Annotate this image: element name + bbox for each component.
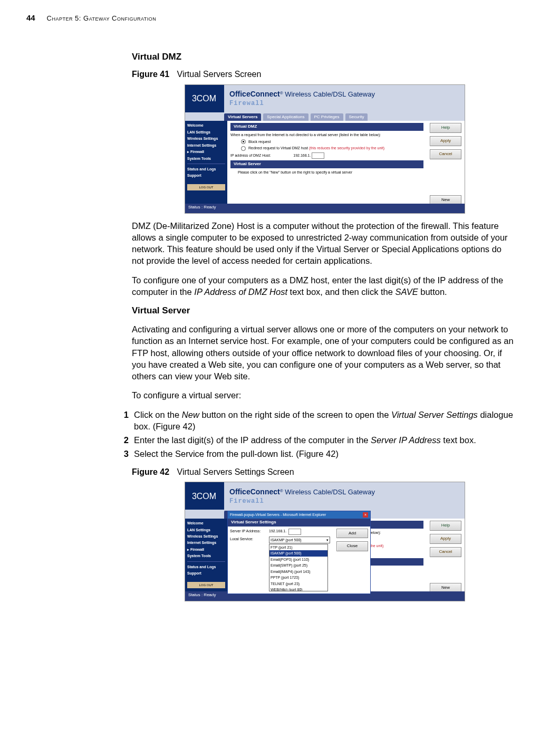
sidebar-item-internet-2[interactable]: Internet Settings xyxy=(187,540,225,545)
status-bar: Status : Ready xyxy=(185,204,465,213)
logout-button-2[interactable]: LOG OUT xyxy=(187,582,225,588)
sidebar-item-support[interactable]: Support xyxy=(187,173,225,178)
figure-41-caption: Figure 41 Virtual Servers Screen xyxy=(132,69,514,80)
server-ip-prefix: 192.168.1. xyxy=(269,529,286,535)
cancel-button-2[interactable]: Cancel xyxy=(430,547,461,557)
tab-special-applications[interactable]: Special Applications xyxy=(263,113,308,121)
popup-window-title: Firewall-popup-Virtual Servers - Microso… xyxy=(230,512,326,517)
option-pptp[interactable]: PPTP (port 1723) xyxy=(269,575,327,580)
brand-logo: 3COM xyxy=(185,85,224,112)
radio-redirect[interactable] xyxy=(241,146,246,151)
dmz-description: DMZ (De-Militarized Zone) Host is a comp… xyxy=(132,220,514,267)
action-buttons: Help Apply Cancel New xyxy=(427,121,465,207)
sidebar-item-status[interactable]: Status and Logs xyxy=(187,167,225,171)
sidebar-nav-2: Welcome LAN Settings Wireless Settings I… xyxy=(185,519,227,595)
help-button-2[interactable]: Help xyxy=(430,521,461,531)
running-header: 44 Chapter 5: Gateway Configuration xyxy=(26,13,519,22)
work-area: Virtual DMZ When a request from the Inte… xyxy=(227,121,427,207)
figure-42-caption: Figure 42 Virtual Servers Settings Scree… xyxy=(132,466,514,478)
steps-list: 1 Click on the New button on the right s… xyxy=(117,409,514,460)
apply-button[interactable]: Apply xyxy=(430,136,461,146)
close-icon[interactable]: × xyxy=(363,512,368,517)
step-3: 3 Select the Service from the pull-down … xyxy=(117,448,514,460)
dmz-config-instructions: To configure one of your computers as a … xyxy=(132,274,514,298)
sidebar-item-welcome-2[interactable]: Welcome xyxy=(187,521,225,525)
sidebar-item-system-tools[interactable]: System Tools xyxy=(187,156,225,161)
panel-virtual-server: Virtual Server xyxy=(230,160,423,168)
chevron-down-icon: ▾ xyxy=(326,538,329,542)
sidebar-item-status-2[interactable]: Status and Logs xyxy=(187,564,225,569)
figure-42-screenshot: 3COM OfficeConnect® Wireless Cable/DSL G… xyxy=(185,482,465,601)
tab-virtual-servers[interactable]: Virtual Servers xyxy=(224,113,261,121)
server-ip-input[interactable] xyxy=(288,529,301,535)
sidebar-item-welcome[interactable]: Welcome xyxy=(187,123,225,128)
popup-titlebar: Firewall-popup-Virtual Servers - Microso… xyxy=(228,511,370,518)
ip-label: IP address of DMZ Host: xyxy=(230,154,271,157)
figure-label-42: Figure 42 xyxy=(132,467,169,476)
sidebar-divider xyxy=(187,164,225,164)
figure-41-screenshot: 3COM OfficeConnect® Wireless Cable/DSL G… xyxy=(185,84,465,214)
product-suffix: Wireless Cable/DSL Gateway xyxy=(283,90,375,98)
section-title-virtual-dmz: Virtual DMZ xyxy=(132,51,514,63)
add-button[interactable]: Add xyxy=(336,529,368,539)
sidebar-item-wireless-2[interactable]: Wireless Settings xyxy=(187,534,225,539)
local-service-label: Local Service: xyxy=(230,537,267,591)
brand-logo-2: 3COM xyxy=(185,482,224,510)
action-buttons-2: Help Apply Cancel New xyxy=(427,519,465,595)
logout-button[interactable]: LOG OUT xyxy=(187,184,225,190)
sidebar-item-internet[interactable]: Internet Settings xyxy=(187,143,225,148)
sidebar-item-wireless[interactable]: Wireless Settings xyxy=(187,136,225,141)
server-ip-label: Server IP Address: xyxy=(230,529,267,535)
radio-redirect-label: Redirect request to Virtual DMZ host xyxy=(248,146,309,150)
dmz-ip-input[interactable] xyxy=(312,152,324,159)
radio-block-label: Block request xyxy=(248,140,271,143)
close-button[interactable]: Close xyxy=(336,541,368,551)
vs-description: Activating and configuring a virtual ser… xyxy=(132,323,514,382)
tab-security[interactable]: Security xyxy=(345,113,368,121)
vs-config-lead: To configure a virtual server: xyxy=(132,389,514,401)
figure-title-42: Virtual Servers Settings Screen xyxy=(177,467,294,476)
option-pop3[interactable]: Email(POP3) (port 110) xyxy=(269,557,327,562)
dmz-note: When a request from the Internet is not … xyxy=(230,132,423,137)
option-ftp[interactable]: FTP (port 21) xyxy=(269,544,327,550)
sidebar-item-firewall-2[interactable]: Firewall xyxy=(187,547,225,552)
sidebar-item-system-tools-2[interactable]: System Tools xyxy=(187,553,225,558)
radio-block[interactable] xyxy=(241,139,246,144)
sidebar-nav: Welcome LAN Settings Wireless Settings I… xyxy=(185,121,227,207)
section-title-virtual-server: Virtual Server xyxy=(132,305,514,317)
vs-note: Please click on the "New" button on the … xyxy=(230,170,423,175)
local-service-options[interactable]: FTP (port 21) ISAKMP (port 500) Email(PO… xyxy=(269,544,328,591)
sidebar-item-lan-2[interactable]: LAN Settings xyxy=(187,528,225,532)
select-value: ISAKMP (port 500) xyxy=(271,538,302,542)
apply-button-2[interactable]: Apply xyxy=(430,534,461,544)
figure-title: Virtual Servers Screen xyxy=(177,70,262,79)
product-title-bar: OfficeConnect® Wireless Cable/DSL Gatewa… xyxy=(224,85,465,112)
popup-heading: Virtual Server Settings xyxy=(228,519,370,527)
sidebar-item-support-2[interactable]: Support xyxy=(187,571,225,576)
sidebar-item-lan[interactable]: LAN Settings xyxy=(187,130,225,135)
option-imap4[interactable]: Email(IMAP4) (port 143) xyxy=(269,569,327,575)
chapter-title: Chapter 5: Gateway Configuration xyxy=(47,14,157,22)
figure-label: Figure 41 xyxy=(132,70,169,79)
page-number: 44 xyxy=(26,13,35,22)
tab-pc-privileges[interactable]: PC Privileges xyxy=(311,113,343,121)
ip-prefix: 192.168.1. xyxy=(293,154,311,157)
option-http[interactable]: WEB(http) (port 80) xyxy=(269,587,327,591)
tab-bar: Virtual Servers Special Applications PC … xyxy=(185,112,465,121)
sidebar-item-firewall[interactable]: Firewall xyxy=(187,149,225,154)
product-title-bar-2: OfficeConnect® Wireless Cable/DSL Gatewa… xyxy=(224,482,465,510)
help-button[interactable]: Help xyxy=(430,123,461,133)
cancel-button[interactable]: Cancel xyxy=(430,149,461,159)
product-name: OfficeConnect xyxy=(229,90,280,98)
step-2: 2 Enter the last digit(s) of the IP addr… xyxy=(117,434,514,446)
virtual-server-settings-popup: Firewall-popup-Virtual Servers - Microso… xyxy=(227,511,371,594)
redirect-warning: (this reduces the security provided by t… xyxy=(309,146,384,150)
option-smtp[interactable]: Email(SMTP) (port 25) xyxy=(269,562,327,568)
panel-virtual-dmz: Virtual DMZ xyxy=(230,123,423,131)
option-telnet[interactable]: TELNET (port 23) xyxy=(269,581,327,587)
step-1: 1 Click on the New button on the right s… xyxy=(117,409,514,433)
module-label: Firewall xyxy=(229,99,465,108)
local-service-select[interactable]: ISAKMP (port 500) ▾ xyxy=(269,537,330,543)
option-isakmp[interactable]: ISAKMP (port 500) xyxy=(269,550,327,556)
